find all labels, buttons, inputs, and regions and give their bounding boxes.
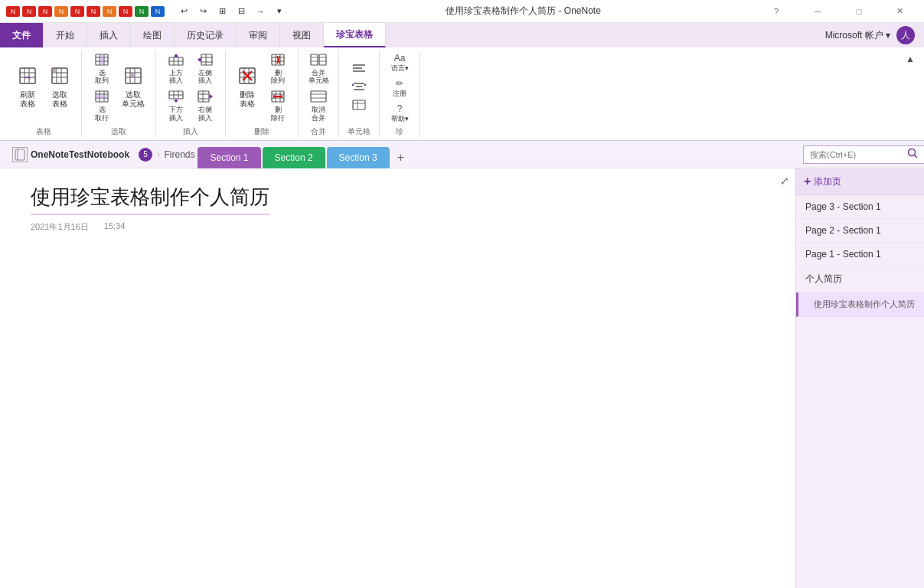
grid-button[interactable]: ⊞ bbox=[214, 3, 230, 20]
ribbon-tabs: 文件 开始 插入 绘图 历史记录 审阅 视图 珍宝表格 Microsoft 帐户… bbox=[0, 23, 924, 47]
select-row-label: 选取行 bbox=[95, 106, 109, 122]
align-center-icon bbox=[352, 81, 366, 94]
add-page-label: 添加页 bbox=[814, 175, 841, 188]
svg-rect-90 bbox=[364, 84, 366, 86]
section-tab-3[interactable]: Section 3 bbox=[327, 147, 390, 168]
insert-below-label: 下方插入 bbox=[169, 106, 183, 122]
insert-col1: 上方插入 下方插入 bbox=[162, 51, 190, 125]
app-icon-red4: N bbox=[70, 6, 84, 17]
select-cell-button[interactable]: 选取单元格 bbox=[117, 64, 149, 112]
merge-cells-button[interactable]: 合并单元格 bbox=[305, 51, 332, 88]
svg-rect-16 bbox=[100, 54, 103, 65]
language-button[interactable]: Aa 语言▾ bbox=[386, 51, 413, 75]
cell-align-left-button[interactable] bbox=[345, 60, 373, 78]
forward-button[interactable]: → bbox=[252, 3, 269, 20]
tab-view[interactable]: 视图 bbox=[280, 23, 324, 47]
add-section-button[interactable]: + bbox=[391, 147, 410, 168]
language-icon: Aa bbox=[394, 53, 406, 64]
group-label-delete: 删除 bbox=[254, 125, 269, 137]
page-item-resume[interactable]: 个人简历 bbox=[796, 266, 924, 292]
svg-rect-47 bbox=[198, 91, 209, 102]
delete-table-button[interactable]: 删除表格 bbox=[232, 64, 263, 112]
section-tab-2[interactable]: Section 2 bbox=[263, 147, 325, 168]
ribbon: 文件 开始 插入 绘图 历史记录 审阅 视图 珍宝表格 Microsoft 帐户… bbox=[0, 23, 924, 141]
app-icon-green: N bbox=[135, 6, 149, 17]
page-item-page3s1[interactable]: Page 3 - Section 1 bbox=[796, 195, 924, 219]
ribbon-content: 刷新表格 选取表格 表格 选取列 bbox=[0, 47, 924, 140]
page-item-resume-table[interactable]: 使用珍宝表格制作个人简历 bbox=[796, 292, 924, 317]
delete-table-label: 删除表格 bbox=[240, 90, 255, 109]
help-ribbon-button[interactable]: ? 帮助▾ bbox=[386, 101, 413, 126]
select-group-buttons: 选取列 选取行 选取单元格 bbox=[88, 51, 149, 125]
tab-review[interactable]: 审阅 bbox=[237, 23, 280, 47]
select-col-button[interactable]: 选取列 bbox=[88, 51, 116, 88]
dropdown-button[interactable]: ▾ bbox=[271, 3, 288, 20]
section-tab-1[interactable]: Section 1 bbox=[198, 147, 260, 168]
delete-row-button[interactable]: 删除行 bbox=[264, 88, 292, 125]
select-cell-label: 选取单元格 bbox=[122, 90, 145, 109]
notebook-badge[interactable]: 5 bbox=[139, 148, 152, 162]
search-button[interactable] bbox=[907, 148, 918, 161]
page-title: 使用珍宝表格制作个人简历 bbox=[31, 184, 269, 215]
insert-left-button[interactable]: 左侧插入 bbox=[191, 51, 219, 88]
ribbon-group-table: 刷新表格 选取表格 表格 bbox=[6, 51, 82, 137]
expand-button[interactable]: ⤢ bbox=[780, 175, 789, 187]
select-table-label: 选取表格 bbox=[52, 90, 67, 109]
tab-history[interactable]: 历史记录 bbox=[175, 23, 237, 47]
grid2-button[interactable]: ⊟ bbox=[233, 3, 250, 20]
restore-button[interactable]: □ bbox=[841, 0, 877, 23]
account-button[interactable]: Microsoft 帐户 ▾ 人 bbox=[816, 23, 924, 47]
page-item-page1s1[interactable]: Page 1 - Section 1 bbox=[796, 243, 924, 266]
align-left-icon bbox=[352, 63, 366, 76]
insert-left-icon bbox=[198, 54, 213, 68]
select-row-button[interactable]: 选取行 bbox=[88, 88, 116, 125]
select-table-button[interactable]: 选取表格 bbox=[44, 64, 75, 112]
delete-table-icon bbox=[238, 67, 256, 89]
group-label-cell: 单元格 bbox=[348, 125, 371, 137]
unmerge-cells-icon bbox=[310, 90, 327, 105]
cell-col bbox=[345, 60, 373, 115]
ribbon-group-insert: 上方插入 下方插入 左侧插入 bbox=[156, 51, 226, 137]
app-icon-orange: N bbox=[54, 6, 68, 17]
tab-draw[interactable]: 绘图 bbox=[131, 23, 175, 47]
insert-right-button[interactable]: 右侧插入 bbox=[191, 88, 219, 125]
cell-properties-button[interactable] bbox=[345, 97, 373, 115]
nav-bar: OneNoteTestNotebook 5 › Firends Section … bbox=[0, 141, 924, 168]
select-col-label: 选取列 bbox=[95, 69, 109, 86]
tab-insert[interactable]: 插入 bbox=[87, 23, 131, 47]
window-title: 使用珍宝表格制作个人简历 - OneNote bbox=[446, 5, 601, 18]
delete-row-label: 删除行 bbox=[271, 106, 285, 122]
notebook-separator: › bbox=[157, 150, 159, 158]
search-input[interactable] bbox=[803, 145, 924, 164]
select-col-icon bbox=[95, 54, 109, 68]
insert-above-label: 上方插入 bbox=[169, 69, 183, 86]
right-panel: + 添加页 Page 3 - Section 1 Page 2 - Sectio… bbox=[795, 168, 924, 588]
page-list: Page 3 - Section 1 Page 2 - Section 1 Pa… bbox=[796, 195, 924, 317]
notebook-button[interactable]: OneNoteTestNotebook bbox=[6, 144, 135, 165]
cell-align-center-button[interactable] bbox=[345, 79, 373, 96]
tab-table[interactable]: 珍宝表格 bbox=[324, 23, 386, 47]
undo-button[interactable]: ↩ bbox=[175, 3, 192, 20]
refresh-table-button[interactable]: 刷新表格 bbox=[12, 64, 43, 112]
unmerge-cells-label: 取消合并 bbox=[312, 106, 325, 122]
table-group-buttons: 刷新表格 选取表格 bbox=[12, 51, 75, 125]
insert-below-button[interactable]: 下方插入 bbox=[162, 88, 190, 125]
delete-col-button[interactable]: 删除列 bbox=[264, 51, 292, 88]
tab-file[interactable]: 文件 bbox=[0, 23, 44, 47]
app-icon-blue: N bbox=[151, 6, 165, 17]
minimize-button[interactable]: ─ bbox=[800, 0, 835, 23]
help-button[interactable]: ? bbox=[759, 0, 794, 23]
close-button[interactable]: ✕ bbox=[883, 0, 918, 23]
add-page-button[interactable]: + 添加页 bbox=[796, 168, 924, 195]
tab-home[interactable]: 开始 bbox=[44, 23, 87, 47]
insert-above-button[interactable]: 上方插入 bbox=[162, 51, 190, 88]
main-area: ⤢ 使用珍宝表格制作个人简历 2021年1月16日 15:34 + 添加页 Pa… bbox=[0, 168, 924, 588]
unmerge-cells-button[interactable]: 取消合并 bbox=[305, 88, 332, 125]
collapse-ribbon-button[interactable]: ▲ bbox=[906, 51, 918, 137]
register-button[interactable]: ✏ 注册 bbox=[386, 76, 413, 100]
avatar: 人 bbox=[896, 26, 915, 44]
svg-rect-10 bbox=[53, 69, 56, 72]
page-item-page2s1[interactable]: Page 2 - Section 1 bbox=[796, 219, 924, 243]
redo-button[interactable]: ↪ bbox=[194, 3, 211, 20]
insert-right-label: 右侧插入 bbox=[198, 106, 212, 122]
